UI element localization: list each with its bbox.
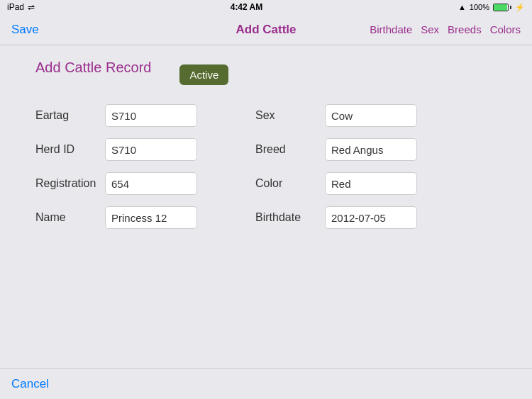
label-herdid: Herd ID xyxy=(35,143,99,156)
label-breed: Breed xyxy=(255,143,319,156)
form-row-breed: Breed xyxy=(255,138,475,161)
label-birthdate: Birthdate xyxy=(255,211,319,224)
label-eartag: Eartag xyxy=(35,109,99,122)
nav-link-colors[interactable]: Colors xyxy=(490,23,521,35)
input-herdid[interactable] xyxy=(105,138,197,161)
input-eartag[interactable] xyxy=(105,104,197,127)
status-bar-time: 4:42 AM xyxy=(231,2,263,12)
input-sex[interactable] xyxy=(325,104,417,127)
save-button[interactable]: Save xyxy=(11,23,39,37)
input-breed[interactable] xyxy=(325,138,417,161)
signal-icon: ▲ xyxy=(458,3,466,11)
label-color: Color xyxy=(255,177,319,190)
form-row-color: Color xyxy=(255,172,475,195)
form-row-registration: Registration xyxy=(35,172,255,195)
nav-title: Add Cattle xyxy=(236,23,297,37)
nav-link-sex[interactable]: Sex xyxy=(421,23,439,35)
wifi-icon: ⇌ xyxy=(28,2,35,12)
input-birthdate[interactable] xyxy=(325,206,417,229)
device-label: iPad xyxy=(7,2,24,12)
nav-link-breeds[interactable]: Breeds xyxy=(448,23,482,35)
status-bar-left: iPad ⇌ xyxy=(7,2,35,12)
input-color[interactable] xyxy=(325,172,417,195)
battery-icon xyxy=(493,4,511,11)
battery-percent: 100% xyxy=(470,3,489,11)
form-row-birthdate: Birthdate xyxy=(255,206,475,229)
status-bar-right: ▲ 100% ⚡ xyxy=(458,3,525,12)
form-grid: Eartag Herd ID Registration Name Sex xyxy=(35,104,475,240)
form-column-left: Eartag Herd ID Registration Name xyxy=(35,104,255,240)
nav-bar: Save Add Cattle Birthdate Sex Breeds Col… xyxy=(0,14,532,45)
label-sex: Sex xyxy=(255,109,319,122)
active-button[interactable]: Active xyxy=(179,64,228,85)
form-row-eartag: Eartag xyxy=(35,104,255,127)
status-bar: iPad ⇌ 4:42 AM ▲ 100% ⚡ xyxy=(0,0,532,14)
label-name: Name xyxy=(35,211,99,224)
input-registration[interactable] xyxy=(105,172,197,195)
form-column-right: Sex Breed Color Birthdate xyxy=(255,104,475,240)
input-name[interactable] xyxy=(105,206,197,229)
nav-links: Birthdate Sex Breeds Colors xyxy=(370,23,521,35)
form-row-herdid: Herd ID xyxy=(35,138,255,161)
content: Add Cattle Record Active Eartag Herd ID … xyxy=(0,45,532,254)
nav-link-birthdate[interactable]: Birthdate xyxy=(370,23,412,35)
form-row-sex: Sex xyxy=(255,104,475,127)
section-title: Add Cattle Record xyxy=(35,60,151,76)
label-registration: Registration xyxy=(35,177,99,190)
cancel-button[interactable]: Cancel xyxy=(11,377,49,391)
bottom-bar: Cancel xyxy=(0,368,532,399)
form-row-name: Name xyxy=(35,206,255,229)
charging-icon: ⚡ xyxy=(515,3,525,12)
